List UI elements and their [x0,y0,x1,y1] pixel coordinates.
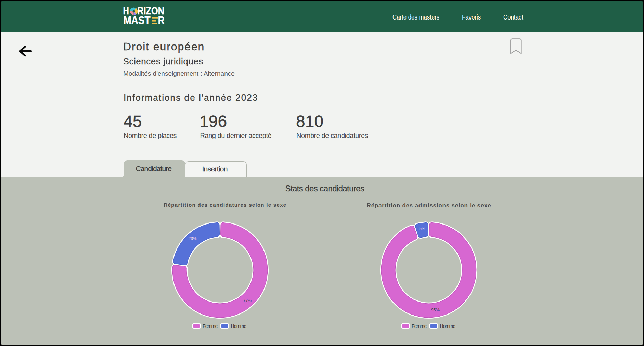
svg-text:R: R [158,14,165,26]
svg-text:MAST: MAST [124,14,151,26]
